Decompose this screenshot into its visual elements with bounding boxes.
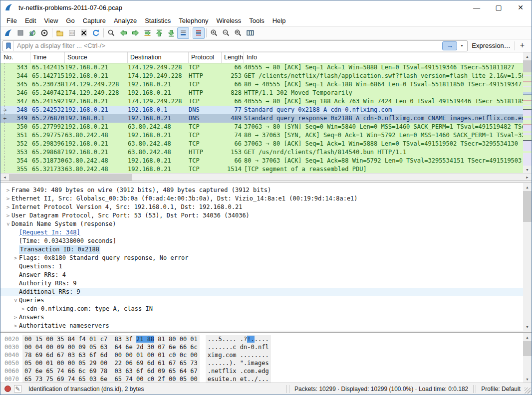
expand-icon[interactable]: >	[19, 305, 26, 313]
detail-line[interactable]: Authority RRs: 9	[0, 279, 532, 288]
capture-options-icon[interactable]	[38, 27, 50, 39]
hex-row[interactable]: 005005 00 01 00 00 05 29 00 22 06 69 6d …	[0, 359, 532, 367]
detail-line[interactable]: Additional RRs: 9	[0, 288, 532, 296]
scroll-up-icon[interactable]: ▲	[523, 183, 532, 191]
expand-icon[interactable]: >	[4, 195, 11, 203]
menu-go[interactable]: Go	[62, 15, 78, 26]
close-button[interactable]: ✕	[510, 0, 532, 14]
hex-row[interactable]: 007065 73 75 69 74 65 03 6e 65 74 00 c0 …	[0, 375, 532, 383]
detail-line[interactable]: >Domain Name System (response)	[0, 220, 532, 228]
detail-line[interactable]: >Ethernet II, Src: Globalsc_00:3b:0a (f0…	[0, 195, 532, 203]
menu-view[interactable]: View	[40, 15, 62, 26]
packet-row[interactable]: 35265.298396192.168.0.2163.80.242.48TCP6…	[0, 140, 532, 148]
packet-row[interactable]: →34865.242532192.168.0.21192.168.0.1DNS7…	[0, 106, 532, 114]
restart-capture-icon[interactable]	[26, 27, 38, 39]
expert-info-icon[interactable]	[4, 386, 11, 392]
detail-line[interactable]: >Queries	[0, 296, 532, 305]
hex-row[interactable]: 006007 6e 65 74 66 6c 69 78 03 63 6f 6d …	[0, 367, 532, 375]
expand-icon[interactable]: >	[12, 313, 19, 322]
hex-row[interactable]: 003000 04 00 09 00 09 05 63 64 6e 2d 30 …	[0, 343, 532, 351]
display-filter-input[interactable]	[14, 42, 442, 49]
packet-row[interactable]: 35465.31873063.80.242.48192.168.0.21TCP6…	[0, 157, 532, 165]
menu-statistics[interactable]: Statistics	[141, 15, 175, 26]
column-header-length[interactable]: Length	[222, 52, 244, 63]
auto-scroll-toggle-icon[interactable]	[177, 27, 189, 39]
menu-file[interactable]: File	[2, 15, 21, 26]
packet-row[interactable]: 35165.29775763.80.242.48192.168.0.21TCP7…	[0, 131, 532, 140]
scroll-down-icon[interactable]: ▼	[523, 375, 532, 383]
scroll-left-icon[interactable]: ◄	[0, 174, 9, 181]
detail-line[interactable]: Transaction ID: 0x2188	[0, 245, 532, 254]
column-header-source[interactable]: Source	[65, 52, 128, 63]
scrollbar-thumb[interactable]	[523, 341, 532, 356]
go-last-packet-icon[interactable]	[165, 27, 177, 39]
minimize-button[interactable]: —	[466, 0, 488, 14]
scroll-right-icon[interactable]: ►	[523, 174, 532, 181]
scrollbar-minimap[interactable]	[523, 72, 532, 166]
filter-dropdown-caret-icon[interactable]: ▼	[458, 41, 465, 50]
open-file-icon[interactable]	[54, 27, 66, 39]
go-forward-icon[interactable]	[129, 27, 141, 39]
zoom-in-icon[interactable]	[208, 27, 220, 39]
detail-line[interactable]: Answer RRs: 4	[0, 271, 532, 279]
zoom-100-icon[interactable]	[232, 27, 244, 39]
colorize-toggle-icon[interactable]	[193, 27, 205, 39]
detail-line[interactable]: >Flags: 0x8180 Standard query response, …	[0, 254, 532, 262]
column-header-info[interactable]: Info	[244, 52, 532, 63]
packet-row[interactable]: ←34965.276870192.168.0.1192.168.0.21DNS4…	[0, 114, 532, 123]
resize-columns-icon[interactable]	[244, 27, 256, 39]
start-capture-icon[interactable]	[2, 27, 14, 39]
packet-row[interactable]: 34365.142415192.168.0.21174.129.249.228T…	[0, 63, 532, 72]
packet-row[interactable]: 35065.277992192.168.0.2163.80.242.48TCP7…	[0, 123, 532, 131]
expand-icon[interactable]: >	[12, 322, 19, 330]
reload-file-icon[interactable]	[90, 27, 102, 39]
packet-row[interactable]: 35565.32173363.80.242.48192.168.0.21TCP1…	[0, 165, 532, 174]
menu-telephony[interactable]: Telephony	[175, 15, 212, 26]
menu-edit[interactable]: Edit	[21, 15, 40, 26]
scroll-down-icon[interactable]: ▼	[523, 323, 532, 331]
detail-line[interactable]: >Authoritative nameservers	[0, 322, 532, 330]
detail-line[interactable]: >Internet Protocol Version 4, Src: 192.1…	[0, 203, 532, 211]
scrollbar-thumb[interactable]	[523, 60, 532, 72]
detail-line[interactable]: >Answers	[0, 313, 532, 322]
packet-row[interactable]: 34465.142715192.168.0.21174.129.249.228H…	[0, 72, 532, 80]
hex-row[interactable]: 002000 15 00 35 84 f4 01 c7 83 3f 21 88 …	[0, 335, 532, 343]
scroll-down-icon[interactable]: ▼	[523, 166, 532, 174]
hex-row[interactable]: 004078 69 6d 67 03 63 6f 6d 00 00 01 00 …	[0, 351, 532, 359]
detail-line[interactable]: >User Datagram Protocol, Src Port: 53 (5…	[0, 211, 532, 220]
packet-list-scrollbar[interactable]: ▲ ▼	[523, 52, 532, 174]
column-header-no[interactable]: No.	[0, 52, 30, 63]
detail-line[interactable]: >cdn-0.nflximg.com: type A, class IN	[0, 305, 532, 313]
collapse-icon[interactable]: >	[11, 297, 20, 304]
packet-row[interactable]: 34665.240742174.129.249.228192.168.0.21H…	[0, 89, 532, 97]
packet-row[interactable]: 35365.298687192.168.0.2163.80.242.48HTTP…	[0, 148, 532, 157]
collapse-icon[interactable]: >	[4, 221, 12, 228]
detail-line[interactable]: [Request In: 348]	[0, 228, 532, 237]
close-file-icon[interactable]	[78, 27, 90, 39]
menu-analyze[interactable]: Analyze	[110, 15, 141, 26]
capture-comment-icon[interactable]: ✎	[14, 385, 21, 393]
profile-text[interactable]: Profile: Default	[477, 386, 525, 393]
expression-button[interactable]: Expression…	[468, 42, 514, 49]
go-to-packet-icon[interactable]	[141, 27, 153, 39]
scroll-up-icon[interactable]: ▲	[523, 333, 532, 341]
column-header-protocol[interactable]: Protocol	[189, 52, 222, 63]
zoom-out-icon[interactable]	[220, 27, 232, 39]
packet-row[interactable]: 34565.230738174.129.249.228192.168.0.21T…	[0, 80, 532, 89]
column-header-destination[interactable]: Destination	[128, 52, 189, 63]
menu-capture[interactable]: Capture	[79, 15, 110, 26]
menu-tools[interactable]: Tools	[245, 15, 268, 26]
expand-icon[interactable]: >	[4, 186, 11, 195]
filter-bookmark-icon[interactable]	[3, 41, 14, 51]
hscrollbar-thumb[interactable]	[9, 174, 132, 181]
expand-icon[interactable]: >	[4, 203, 11, 211]
detail-line[interactable]: Questions: 1	[0, 262, 532, 271]
add-filter-button[interactable]: +	[515, 41, 530, 51]
column-header-time[interactable]: Time	[30, 52, 65, 63]
go-back-icon[interactable]	[117, 27, 129, 39]
expand-icon[interactable]: >	[4, 211, 11, 220]
menu-help[interactable]: Help	[268, 15, 290, 26]
save-file-icon[interactable]: 010	[66, 27, 78, 39]
stop-capture-icon[interactable]	[14, 27, 26, 39]
details-scrollbar[interactable]: ▲ ▼	[523, 183, 532, 331]
